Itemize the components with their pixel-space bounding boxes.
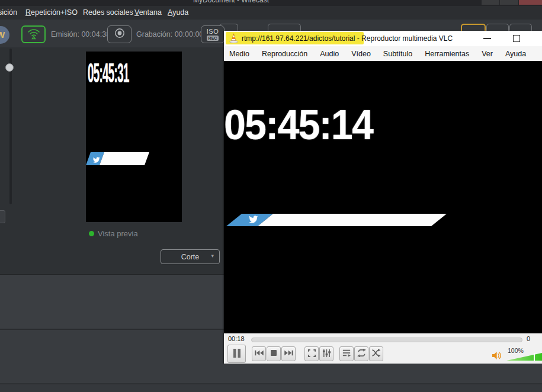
next-button[interactable] <box>281 346 296 361</box>
wirecast-menu-fragment[interactable]: sición <box>0 8 17 17</box>
playlist-button[interactable] <box>339 346 354 361</box>
previous-button[interactable] <box>252 346 266 361</box>
vlc-titlebar[interactable]: rtmp://161.97.64.221/adictos/tutorial - … <box>224 31 542 46</box>
broadcast-antenna-icon <box>26 27 41 42</box>
elapsed-time: 00:18 <box>228 335 245 342</box>
shuffle-button[interactable] <box>369 346 383 361</box>
pause-button[interactable] <box>227 345 246 363</box>
vlc-window-title: rtmp://161.97.64.221/adictos/tutorial - … <box>242 31 453 46</box>
cut-transition-button[interactable]: Corte ▾ <box>161 249 220 264</box>
wirecast-menu-ventana[interactable]: Ventana <box>134 8 162 17</box>
wirecast-maximize-button[interactable] <box>500 0 518 5</box>
extended-settings-button[interactable] <box>319 346 333 361</box>
vlc-menu-audio[interactable]: Audio <box>320 50 339 58</box>
fullscreen-button[interactable] <box>304 346 319 361</box>
record-button[interactable] <box>107 25 132 43</box>
wirecast-window-title: MyDocument - Wirecast <box>0 0 462 4</box>
vlc-menu-subtitulo[interactable]: Subtítulo <box>383 50 412 58</box>
wirecast-menu-ayuda[interactable]: Ayuda <box>168 8 188 17</box>
wirecast-menubar: sición Repetición+ISO Redes sociales Ven… <box>0 6 542 20</box>
twitter-lower-third-banner <box>86 152 149 165</box>
loop-button[interactable] <box>354 346 368 361</box>
fullscreen-icon <box>307 349 316 359</box>
record-circle-icon <box>114 27 126 41</box>
volume-slider-handle[interactable] <box>534 353 535 361</box>
speaker-icon[interactable] <box>492 351 502 362</box>
emission-status: Emisión: 00:04:38 <box>51 30 110 38</box>
transition-slider-thumb[interactable] <box>5 63 14 72</box>
transition-slider-track[interactable] <box>9 49 12 204</box>
stop-button[interactable] <box>267 346 281 361</box>
loop-icon <box>357 349 367 359</box>
previous-icon <box>254 349 264 358</box>
dropdown-arrow-icon: ▾ <box>211 253 214 259</box>
wirecast-close-button[interactable] <box>519 0 542 5</box>
preview-status-dot <box>89 231 94 236</box>
iso-record-button[interactable]: ISO REC <box>201 25 225 43</box>
wirecast-menu-redes-sociales[interactable]: Redes sociales <box>83 8 133 17</box>
vlc-menu-reproduccion[interactable]: Reproducción <box>262 50 307 58</box>
wirecast-menu-repeticion-iso[interactable]: Repetición+ISO <box>25 8 78 17</box>
vlc-menu-video[interactable]: Vídeo <box>351 50 371 58</box>
vlc-window: rtmp://161.97.64.221/adictos/tutorial - … <box>224 31 542 364</box>
twitter-bird-icon <box>248 216 259 226</box>
broadcast-button[interactable] <box>21 25 46 43</box>
vlc-menu-ayuda[interactable]: Ayuda <box>505 50 526 58</box>
wirecast-minimize-button[interactable] <box>482 0 499 5</box>
seek-bar[interactable] <box>251 338 522 342</box>
preview-video-thumbnail[interactable]: 05:45:31 <box>86 52 182 222</box>
volume-percentage: 100% <box>508 347 524 354</box>
wirecast-titlebar: MyDocument - Wirecast <box>0 0 542 6</box>
vlc-control-bar: 00:18 0 <box>224 333 542 364</box>
vlc-cone-icon <box>229 33 239 46</box>
maximize-icon[interactable] <box>513 35 520 42</box>
vlc-menubar: Medio Reproducción Audio Vídeo Subtítulo… <box>224 46 542 61</box>
preview-timer-overlay: 05:45:31 <box>88 57 129 89</box>
vlc-video-area[interactable]: 05:45:14 <box>224 61 542 333</box>
partial-button-fragment[interactable] <box>0 210 5 223</box>
screen: MyDocument - Wirecast sición Repetición+… <box>0 0 542 392</box>
twitter-lower-third-banner <box>226 214 447 226</box>
preview-caption: Vista previa <box>98 229 138 238</box>
stream-url: rtmp://161.97.64.221/adictos/tutorial <box>242 34 355 43</box>
next-icon <box>284 349 294 358</box>
shuffle-icon <box>371 349 381 359</box>
rec-badge: REC <box>207 36 219 41</box>
remaining-time: 0 <box>527 335 530 342</box>
vlc-menu-medio[interactable]: Medio <box>229 50 249 58</box>
vlc-menu-ver[interactable]: Ver <box>482 50 493 58</box>
twitter-bird-icon <box>92 155 100 166</box>
wirecast-panel-band <box>0 384 542 392</box>
minimize-icon[interactable] <box>483 38 491 39</box>
vlc-menu-herramientas[interactable]: Herramientas <box>425 50 469 58</box>
stop-icon <box>270 349 277 358</box>
playlist-icon <box>342 349 351 359</box>
pause-icon <box>232 348 242 360</box>
equalizer-icon <box>322 349 331 359</box>
video-timer-overlay: 05:45:14 <box>224 101 373 149</box>
recording-status: Grabación: 00:00:00 <box>136 30 203 38</box>
